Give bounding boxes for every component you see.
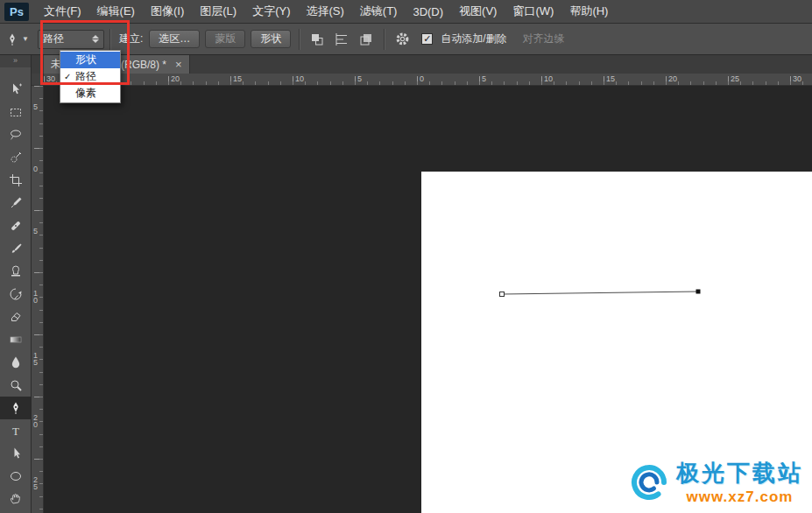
lasso-tool[interactable] <box>0 123 32 146</box>
make-shape-button[interactable]: 形状 <box>251 30 291 48</box>
checkmark-icon: ✓ <box>64 72 71 81</box>
menu-view[interactable]: 视图(V) <box>451 0 505 24</box>
clone-stamp-tool[interactable] <box>0 260 32 283</box>
mode-option-label: 形状 <box>75 53 96 67</box>
menu-layer[interactable]: 图层(L) <box>192 0 244 24</box>
spot-healing-brush-tool[interactable] <box>0 214 32 237</box>
tool-preset-picker[interactable]: ▼ <box>5 32 29 46</box>
ruler-number: 5 <box>482 74 486 83</box>
path-operations-icon[interactable] <box>307 30 328 49</box>
eraser-tool[interactable] <box>0 306 32 328</box>
ruler-number: 1 5 <box>33 352 38 366</box>
make-selection-button[interactable]: 选区… <box>149 30 200 48</box>
history-brush-tool[interactable] <box>0 283 32 306</box>
ruler-number: 30 <box>46 74 55 83</box>
ruler-number: 25 <box>731 74 739 83</box>
ruler-number: 5 <box>357 74 362 83</box>
pen-tool-preset-icon <box>5 32 19 46</box>
svg-text:T: T <box>12 425 19 438</box>
ruler-number: 2 0 <box>33 414 38 428</box>
menu-file[interactable]: 文件(F) <box>36 0 89 24</box>
mode-option-label: 像素 <box>75 86 96 101</box>
tools-panel: » T <box>0 55 32 513</box>
ruler-number: 20 <box>171 74 180 83</box>
path-selection-tool[interactable] <box>0 442 32 465</box>
document-tab-title-right: (RGB/8) * <box>121 59 166 71</box>
hand-tool[interactable] <box>0 488 32 510</box>
mode-option-path[interactable]: ✓ 路径 <box>60 68 120 85</box>
watermark: 极光下载站 www.xz7.com <box>629 458 803 506</box>
menu-select[interactable]: 选择(S) <box>298 0 351 24</box>
tool-mode-value: 路径 <box>43 32 92 46</box>
ruler-number: 30 <box>793 74 801 83</box>
chevron-down-icon: ▼ <box>22 35 29 43</box>
document-tab-bar: 未标 (RGB/8) * × <box>32 55 812 74</box>
toolbar-collapse-button[interactable]: » <box>0 55 31 67</box>
menu-type[interactable]: 文字(Y) <box>244 0 298 24</box>
type-tool[interactable]: T <box>0 419 32 442</box>
photoshop-logo: Ps <box>4 3 29 21</box>
make-mask-button: 蒙版 <box>205 30 245 48</box>
ruler-number: 10 <box>544 74 553 83</box>
auto-add-delete-checkbox[interactable]: ✓ <box>421 33 433 45</box>
ruler-number: 15 <box>606 74 615 83</box>
ruler-number: 20 <box>668 74 677 83</box>
menu-bar: Ps 文件(F) 编辑(E) 图像(I) 图层(L) 文字(Y) 选择(S) 滤… <box>0 0 812 24</box>
ruler-number: 10 <box>295 74 304 83</box>
ruler-number: 1 0 <box>33 290 38 304</box>
watermark-logo-icon <box>629 462 669 502</box>
ruler-number: 5 <box>33 228 38 235</box>
dodge-tool[interactable] <box>0 374 32 397</box>
close-icon[interactable]: × <box>175 58 182 71</box>
photoshop-window: { "app": { "logo_text": "Ps" }, "menubar… <box>0 0 812 513</box>
menu-edit[interactable]: 编辑(E) <box>89 0 143 24</box>
tool-mode-dropdown-menu: 形状 ✓ 路径 像素 <box>60 50 121 103</box>
ruler-number: 0 <box>420 74 424 83</box>
mode-option-pixels[interactable]: 像素 <box>60 85 120 102</box>
vertical-ruler[interactable]: 5051 01 52 02 5 <box>32 86 44 513</box>
mode-option-shape[interactable]: 形状 <box>60 52 120 68</box>
watermark-site-name: 极光下载站 <box>676 458 803 488</box>
path-arrangement-icon[interactable] <box>356 30 377 49</box>
ruler-number: 2 5 <box>33 476 38 490</box>
mode-option-label: 路径 <box>75 69 96 84</box>
make-label: 建立: <box>119 32 143 46</box>
tool-mode-select[interactable]: 路径 <box>38 30 104 49</box>
auto-add-delete-label: 自动添加/删除 <box>441 32 506 46</box>
ruler-number: 5 <box>33 103 38 110</box>
ellipse-tool[interactable] <box>0 465 32 488</box>
tool-options-bar: ▼ 路径 建立: 选区… 蒙版 形状 ✓ 自动添加/删除 对齐边缘 <box>0 24 812 55</box>
path-anchor-start <box>500 292 505 297</box>
align-edges-label: 对齐边缘 <box>523 32 565 46</box>
pen-tool[interactable] <box>0 397 32 419</box>
eyedropper-tool[interactable] <box>0 192 32 214</box>
path-alignment-icon[interactable] <box>331 30 352 49</box>
move-tool[interactable] <box>0 78 32 101</box>
separator <box>299 29 300 50</box>
ruler-number: 0 <box>33 165 38 172</box>
select-arrows-icon <box>92 35 99 43</box>
ruler-number: 15 <box>233 74 242 83</box>
crop-tool[interactable] <box>0 169 32 192</box>
separator <box>109 29 110 50</box>
quick-selection-tool[interactable] <box>0 146 32 169</box>
document-canvas[interactable]: 极光下载站 www.xz7.com <box>421 172 812 513</box>
menu-window[interactable]: 窗口(W) <box>505 0 561 24</box>
horizontal-ruler[interactable]: 30252015105051015202530 <box>44 74 812 86</box>
menu-image[interactable]: 图像(I) <box>143 0 192 24</box>
blur-tool[interactable] <box>0 351 32 374</box>
gear-icon[interactable] <box>392 30 413 49</box>
separator <box>384 29 385 50</box>
ruler-corner <box>32 74 44 86</box>
workspace: 未标 (RGB/8) * × 30252015105051015202530 5… <box>32 55 812 513</box>
menu-help[interactable]: 帮助(H) <box>561 0 616 24</box>
brush-tool[interactable] <box>0 237 32 260</box>
menu-filter[interactable]: 滤镜(T) <box>352 0 406 24</box>
path-anchor-end <box>696 290 701 294</box>
rectangular-marquee-tool[interactable] <box>0 101 32 123</box>
menu-3d[interactable]: 3D(D) <box>405 0 451 24</box>
watermark-site-url: www.xz7.com <box>687 488 794 506</box>
gradient-tool[interactable] <box>0 328 32 351</box>
